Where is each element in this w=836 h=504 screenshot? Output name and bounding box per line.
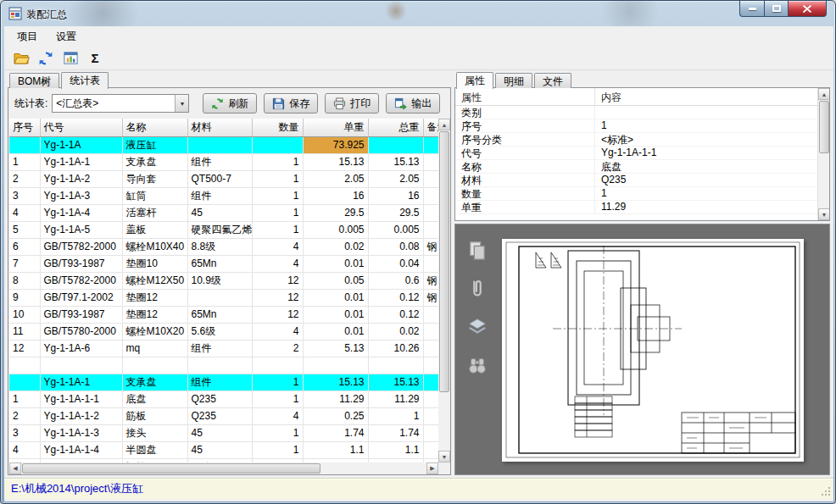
- table-cell[interactable]: 7: [9, 255, 40, 272]
- table-cell[interactable]: Yg-1-1A-1-4: [40, 441, 122, 458]
- tab-statistics[interactable]: 统计表: [61, 72, 109, 89]
- sum-button[interactable]: Σ: [85, 48, 105, 69]
- tab-files[interactable]: 文件: [534, 73, 571, 88]
- table-cell[interactable]: [303, 357, 368, 374]
- close-button[interactable]: [788, 1, 827, 17]
- table-cell[interactable]: 3: [9, 187, 40, 204]
- table-cell[interactable]: [423, 136, 438, 153]
- tab-bom-tree[interactable]: BOM树: [9, 73, 59, 88]
- table-cell[interactable]: 0.6: [368, 272, 423, 289]
- table-cell[interactable]: 2: [9, 170, 40, 187]
- chevron-down-icon[interactable]: ▼: [175, 95, 188, 112]
- table-cell[interactable]: 活塞杆: [122, 204, 187, 221]
- table-row[interactable]: 4Yg-1-1A-1-4半圆盘4511.11.1: [9, 441, 438, 458]
- table-cell[interactable]: 钢: [423, 238, 438, 255]
- table-cell[interactable]: [423, 390, 438, 407]
- table-cell[interactable]: 螺栓M10X40: [122, 238, 187, 255]
- table-cell[interactable]: 接头: [122, 424, 187, 441]
- table-cell[interactable]: 65Mn: [187, 306, 252, 323]
- table-cell[interactable]: 11.29: [303, 390, 368, 407]
- table-cell[interactable]: 45: [187, 441, 252, 458]
- layers-icon[interactable]: [465, 314, 490, 340]
- table-row[interactable]: Yg-1-1A-1支承盘组件115.1315.13: [9, 374, 438, 390]
- table-cell[interactable]: Yg-1-1A-1-3: [40, 424, 122, 441]
- table-cell[interactable]: [423, 153, 438, 170]
- scroll-up-icon[interactable]: ▲: [818, 88, 830, 100]
- table-cell[interactable]: 4: [252, 238, 303, 255]
- maximize-button[interactable]: [764, 1, 788, 17]
- table-cell[interactable]: 0.05: [303, 272, 368, 289]
- table-cell[interactable]: 16: [303, 187, 368, 204]
- table-cell[interactable]: 0.01: [303, 289, 368, 306]
- table-cell[interactable]: 1: [252, 170, 303, 187]
- table-cell[interactable]: 4: [9, 204, 40, 221]
- table-cell[interactable]: [423, 221, 438, 238]
- scroll-down-icon[interactable]: ▼: [438, 451, 450, 462]
- table-cell[interactable]: 12: [252, 289, 303, 306]
- table-cell[interactable]: [423, 374, 438, 390]
- table-cell[interactable]: 盖板: [122, 221, 187, 238]
- table-row[interactable]: 2Yg-1-1A-1-2筋板Q23540.251: [9, 407, 438, 424]
- table-cell[interactable]: 0.005: [303, 221, 368, 238]
- table-cell[interactable]: 29.5: [303, 204, 368, 221]
- table-cell[interactable]: 11.29: [368, 390, 423, 407]
- table-cell[interactable]: 8.8级: [187, 238, 252, 255]
- table-cell[interactable]: GB/T97.1-2002: [40, 289, 122, 306]
- tab-details[interactable]: 明细: [495, 73, 532, 88]
- table-cell[interactable]: 10.26: [368, 340, 423, 357]
- table-cell[interactable]: 0.08: [368, 238, 423, 255]
- property-row[interactable]: 名称底盘: [455, 160, 817, 174]
- table-cell[interactable]: 0.01: [303, 255, 368, 272]
- table-cell[interactable]: 1: [9, 153, 40, 170]
- table-cell[interactable]: 钢: [423, 289, 438, 306]
- table-cell[interactable]: 4: [9, 441, 40, 458]
- table-cell[interactable]: GB/T93-1987: [40, 255, 122, 272]
- table-cell[interactable]: 12: [252, 306, 303, 323]
- table-row[interactable]: 4Yg-1-1A-4活塞杆45129.529.5: [9, 204, 438, 221]
- table-cell[interactable]: 0.01: [303, 323, 368, 340]
- property-row[interactable]: 单重11.29: [455, 201, 817, 214]
- table-cell[interactable]: 1: [252, 374, 303, 390]
- table-cell[interactable]: 45: [187, 424, 252, 441]
- table-cell[interactable]: Yg-1-1A-1: [40, 153, 122, 170]
- table-row[interactable]: 11GB/T5780-2000螺栓M10X205.6级40.010.02: [9, 323, 438, 340]
- table-cell[interactable]: [423, 340, 438, 357]
- table-cell[interactable]: 0.02: [303, 238, 368, 255]
- table-cell[interactable]: 2: [9, 407, 40, 424]
- table-cell[interactable]: 15.13: [368, 374, 423, 390]
- table-cell[interactable]: [9, 136, 40, 153]
- table-cell[interactable]: 15.13: [368, 153, 423, 170]
- output-button[interactable]: 输出: [386, 93, 440, 114]
- table-cell[interactable]: [423, 424, 438, 441]
- table-cell[interactable]: 2: [252, 340, 303, 357]
- table-cell[interactable]: 1.1: [303, 441, 368, 458]
- table-cell[interactable]: 1: [252, 424, 303, 441]
- scroll-left-icon[interactable]: ◀: [9, 462, 21, 474]
- table-cell[interactable]: 钢: [423, 272, 438, 289]
- table-cell[interactable]: [423, 357, 438, 374]
- table-cell[interactable]: Yg-1-1A-1-2: [40, 407, 122, 424]
- table-cell[interactable]: 12: [252, 272, 303, 289]
- scroll-down-icon[interactable]: ▼: [818, 208, 830, 220]
- scroll-up-icon[interactable]: ▲: [438, 119, 450, 130]
- table-cell[interactable]: [423, 170, 438, 187]
- table-vertical-scrollbar[interactable]: ▲ ▼: [438, 119, 450, 462]
- table-cell[interactable]: [40, 357, 122, 374]
- table-cell[interactable]: mq: [122, 340, 187, 357]
- stat-table-dropdown[interactable]: <汇总表> ▼: [52, 94, 189, 113]
- table-cell[interactable]: [423, 187, 438, 204]
- table-row[interactable]: 10GB/T93-1987垫圈1265Mn120.010.12: [9, 306, 438, 323]
- table-cell[interactable]: 硬聚四氟乙烯: [187, 221, 252, 238]
- table-cell[interactable]: 10: [9, 306, 40, 323]
- table-cell[interactable]: 1: [252, 187, 303, 204]
- menu-item-project[interactable]: 项目: [8, 27, 47, 47]
- vertical-scroll-thumb[interactable]: [439, 131, 449, 392]
- table-cell[interactable]: 3: [9, 424, 40, 441]
- property-row[interactable]: 类别: [455, 106, 817, 119]
- table-cell[interactable]: 半圆盘: [122, 441, 187, 458]
- table-cell[interactable]: 15.13: [303, 153, 368, 170]
- table-cell[interactable]: 1: [9, 390, 40, 407]
- table-cell[interactable]: 6: [9, 238, 40, 255]
- table-cell[interactable]: GB/T5780-2000: [40, 323, 122, 340]
- table-cell[interactable]: Yg-1-1A: [40, 136, 122, 153]
